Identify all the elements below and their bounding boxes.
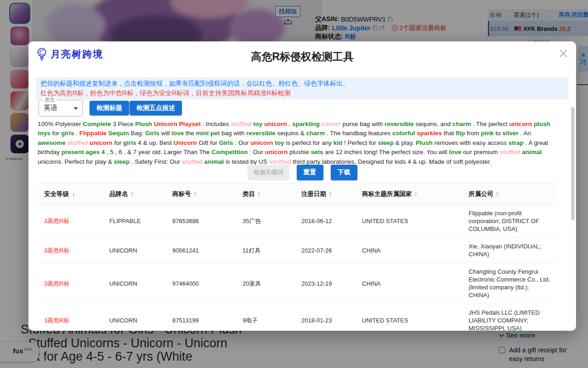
modal-scrollbar-thumb[interactable]	[571, 107, 575, 220]
sort-icon	[414, 192, 417, 196]
cell-date: 2018-06-12	[295, 213, 356, 230]
cell-date: 2023-12-19	[295, 275, 356, 292]
cell-brand: UNICORN	[103, 312, 166, 329]
cell-number: 90561241	[166, 242, 236, 259]
column-header[interactable]: 类目	[236, 190, 295, 198]
dropdown-caret-icon	[74, 107, 78, 110]
cell-country: UNITED STATES	[356, 312, 462, 329]
column-header[interactable]: 安全等级↓	[38, 190, 103, 198]
download-button[interactable]: 下载	[331, 165, 357, 180]
cell-date: 2022-07-26	[295, 242, 356, 259]
cell-number: 87653686	[166, 213, 236, 230]
cell-country: CHINA	[356, 275, 462, 292]
cell-company: Changting County Fengrui Electronic Comm…	[462, 263, 557, 304]
language-select-label: 语言	[43, 97, 57, 104]
cell-country: UNITED STATES	[356, 213, 462, 230]
modal-title: 高危R标侵权检测工具	[28, 50, 576, 64]
cell-number: 87513199	[166, 312, 236, 329]
cell-level: 3高危R标	[38, 275, 103, 292]
sort-icon	[194, 192, 197, 196]
table-row: 3高危R标UNICORN9746400020家具2023-12-19CHINAC…	[38, 263, 557, 304]
cell-category: 9电子	[236, 312, 295, 329]
sort-icon	[496, 192, 499, 196]
check-title-button[interactable]: 检测标题	[90, 101, 129, 115]
cell-brand: UNICORN	[103, 242, 166, 259]
sort-icon	[131, 192, 134, 196]
cell-company: Flippable (non-profit corporation; DISTR…	[462, 205, 557, 237]
cell-country: CHINA	[356, 242, 462, 259]
cell-level: 3高危R标	[38, 213, 103, 230]
table-row: 3高危R标UNICORN875131999电子2018-01-23UNITED …	[38, 304, 557, 331]
cell-company: Xie, Xiaoyan (INDIVIDUAL; CHINA)	[462, 238, 557, 263]
trademark-results-table: 安全等级↓品牌名商标号类目注册日期商标主题所属国家所属公司 3高危R标FLIPP…	[38, 183, 557, 331]
language-select[interactable]: 语言 英语	[39, 100, 83, 116]
cell-brand: FLIPPABLE	[103, 213, 166, 230]
cell-level: 3高危R标	[38, 312, 103, 329]
screenshot-root: 4 VIDEOS 找相似 父ASIN: B0D5WWPRV1 品牌: Littl…	[0, 0, 588, 368]
sort-icon	[258, 192, 260, 196]
sort-icon	[329, 192, 332, 196]
infringement-checker-modal: 月亮树跨境 高危R标侵权检测工具 把你的标题和描述复制进来，点击检测按钮，如果有…	[28, 41, 576, 331]
table-body: 3高危R标FLIPPABLE8765368635广告2018-06-12UNIT…	[38, 205, 557, 331]
sort-desc-icon: ↓	[72, 190, 75, 197]
cell-number: 97464000	[166, 275, 236, 292]
column-header[interactable]: 注册日期	[295, 190, 356, 198]
column-header[interactable]: 商标主题所属国家	[356, 190, 462, 198]
cell-date: 2018-01-23	[295, 312, 356, 329]
column-header[interactable]: 商标号	[166, 190, 236, 198]
close-icon	[560, 50, 567, 58]
cell-category: 11灯具	[236, 242, 295, 259]
reset-button[interactable]: 重置	[297, 165, 323, 180]
table-row: 3高危R标FLIPPABLE8765368635广告2018-06-12UNIT…	[38, 205, 557, 238]
cell-brand: UNICORN	[103, 275, 166, 292]
action-button-row: 检测关键词 重置 下载	[28, 165, 576, 180]
column-header[interactable]: 品牌名	[103, 190, 166, 198]
cell-category: 20家具	[236, 275, 295, 292]
check-bullets-button[interactable]: 检测五点描述	[130, 101, 182, 115]
instruction-line-2: 红色为高危R标，粉色为中危R标，绿色为安全R标词，目前支持美国商标局精准R标检测	[40, 88, 564, 98]
cell-company: JHS Pedals LLC (LIMITED LIABILITY COMPAN…	[462, 304, 557, 331]
close-button[interactable]	[558, 48, 569, 59]
cell-level: 3高危R标	[38, 242, 103, 259]
instructions-banner: 把你的标题和描述复制进来，点击检测按钮，如果有匹配到侵权词的话，会以红色、粉红色…	[36, 77, 569, 99]
table-row: 3高危R标UNICORN9056124111灯具2022-07-26CHINAX…	[38, 238, 557, 263]
instruction-line-1: 把你的标题和描述复制进来，点击检测按钮，如果有匹配到侵权词的话，会以红色、粉红色…	[40, 79, 564, 88]
column-header[interactable]: 所属公司	[462, 190, 557, 198]
cell-category: 35广告	[236, 213, 295, 230]
check-keywords-button-disabled: 检测关键词	[248, 165, 289, 180]
table-header-row: 安全等级↓品牌名商标号类目注册日期商标主题所属国家所属公司	[38, 183, 557, 205]
listing-description-text: 100% Polyester Complete 3 Piece Plush Un…	[38, 120, 550, 167]
